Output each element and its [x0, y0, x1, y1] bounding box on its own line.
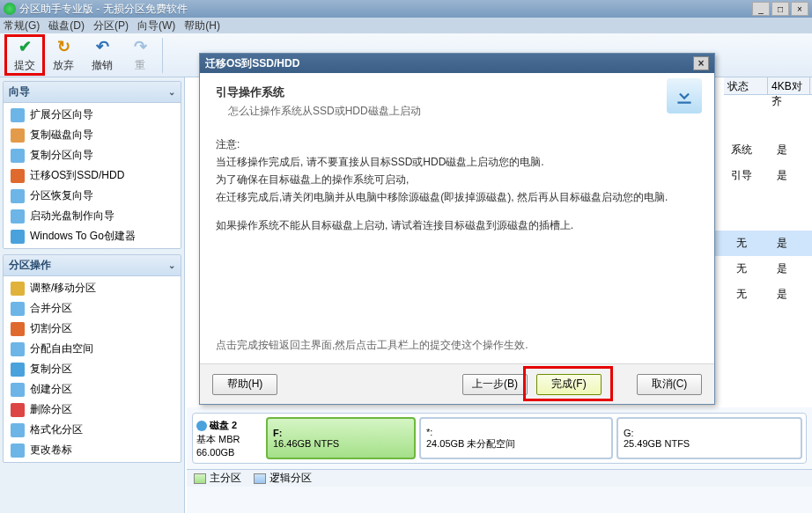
menu-disk[interactable]: 磁盘(D)	[48, 18, 85, 33]
undo-icon: ↶	[92, 37, 112, 56]
wizard-panel-header[interactable]: 向导 ⌄	[4, 82, 181, 103]
disk-icon	[196, 421, 207, 431]
left-sidebar: 向导 ⌄ 扩展分区向导 复制磁盘向导 复制分区向导 迁移OS到SSD/HDD 分…	[0, 77, 185, 513]
collapse-icon: ⌄	[168, 260, 175, 270]
dialog-body: 引导操作系统 怎么让操作系统从SSD或HDD磁盘上启动 注意: 当迁移操作完成后…	[200, 73, 714, 363]
recover-icon	[11, 189, 25, 203]
ops-panel-header[interactable]: 分区操作 ⌄	[4, 255, 181, 276]
close-button[interactable]: ×	[791, 2, 808, 16]
table-row[interactable]: 无是	[715, 256, 812, 282]
cancel-button[interactable]: 取消(C)	[637, 374, 702, 395]
op-label[interactable]: 更改卷标	[4, 440, 181, 460]
op-format[interactable]: 格式化分区	[4, 420, 181, 440]
format-icon	[11, 423, 25, 437]
wizard-item-wintogo[interactable]: Windows To Go创建器	[4, 226, 181, 246]
help-button[interactable]: 帮助(H)	[212, 374, 277, 395]
table-row[interactable]: 无是	[715, 282, 812, 307]
op-merge[interactable]: 合并分区	[4, 298, 181, 319]
legend-logical-swatch	[254, 473, 266, 484]
dialog-titlebar[interactable]: 迁移OS到SSD/HDD ×	[200, 54, 714, 73]
wizard-item-migrate-os[interactable]: 迁移OS到SSD/HDD	[4, 165, 181, 186]
wizard-item-copy-part[interactable]: 复制分区向导	[4, 145, 181, 165]
op-resize[interactable]: 调整/移动分区	[4, 278, 181, 298]
disk-2-box: 磁盘 2 基本 MBR 66.00GB F: 16.46GB NTFS *: 2…	[192, 413, 807, 464]
cd-icon	[11, 209, 25, 224]
label-icon	[11, 443, 25, 458]
migrate-os-dialog: 迁移OS到SSD/HDD × 引导操作系统 怎么让操作系统从SSD或HDD磁盘上…	[199, 53, 715, 405]
menu-bar: 常规(G) 磁盘(D) 分区(P) 向导(W) 帮助(H)	[0, 18, 812, 33]
delete-icon	[11, 403, 25, 417]
usb-icon	[11, 230, 25, 244]
partition-f[interactable]: F: 16.46GB NTFS	[266, 417, 416, 459]
menu-help[interactable]: 帮助(H)	[184, 18, 220, 33]
partition-list: 系统是 引导是 无是 无是 无是	[715, 95, 812, 307]
dialog-footer: 帮助(H) 上一步(B) 完成(F) 取消(C)	[200, 363, 714, 404]
op-allocate[interactable]: 分配自由空间	[4, 339, 181, 359]
window-titlebar: 分区助手专业版 - 无损分区免费软件 _ □ ×	[0, 0, 812, 18]
op-delete[interactable]: 删除分区	[4, 399, 181, 420]
copy-disk-icon	[11, 128, 25, 143]
maximize-button[interactable]: □	[771, 2, 789, 16]
merge-icon	[11, 302, 25, 316]
refresh-icon: ↻	[54, 37, 73, 56]
legend-primary-swatch	[194, 473, 206, 484]
table-row[interactable]: 引导是	[715, 163, 812, 188]
op-split[interactable]: 切割分区	[4, 319, 181, 339]
wizard-item-recover[interactable]: 分区恢复向导	[4, 186, 181, 206]
create-icon	[11, 383, 25, 397]
submit-button[interactable]: ✔ 提交	[5, 35, 44, 75]
menu-general[interactable]: 常规(G)	[4, 18, 40, 33]
wizard-item-extend[interactable]: 扩展分区向导	[4, 105, 181, 125]
window-title: 分区助手专业版 - 无损分区免费软件	[19, 2, 752, 17]
menu-wizard[interactable]: 向导(W)	[137, 18, 175, 33]
disk-info: 磁盘 2 基本 MBR 66.00GB	[196, 417, 262, 459]
minimize-button[interactable]: _	[752, 2, 770, 16]
allocate-icon	[11, 342, 25, 356]
ops-panel: 分区操作 ⌄ 调整/移动分区 合并分区 切割分区 分配自由空间 复制分区 创建分…	[3, 254, 181, 463]
redo-button[interactable]: ↷ 重	[122, 35, 159, 75]
undo-button[interactable]: ↶ 撤销	[83, 35, 122, 75]
wizard-item-bootcd[interactable]: 启动光盘制作向导	[4, 206, 181, 226]
download-icon	[667, 78, 702, 114]
table-row[interactable]: 系统是	[715, 137, 812, 163]
disk-map-area: 磁盘 2 基本 MBR 66.00GB F: 16.46GB NTFS *: 2…	[187, 407, 812, 513]
partition-list-header: 状态 4KB对齐	[724, 77, 812, 95]
op-create[interactable]: 创建分区	[4, 379, 181, 399]
toolbar-separator	[162, 38, 163, 73]
partition-unallocated[interactable]: *: 24.05GB 未分配空间	[419, 417, 613, 459]
check-icon: ✔	[15, 37, 34, 56]
op-copy[interactable]: 复制分区	[4, 359, 181, 379]
legend-bar: 主分区 逻辑分区	[187, 469, 812, 487]
resize-icon	[11, 282, 25, 296]
wizard-item-copy-disk[interactable]: 复制磁盘向导	[4, 125, 181, 145]
split-icon	[11, 322, 25, 336]
abandon-button[interactable]: ↻ 放弃	[44, 35, 83, 75]
copy-part-icon	[11, 149, 25, 163]
disk-icon	[11, 108, 25, 122]
dialog-close-button[interactable]: ×	[693, 56, 709, 70]
finish-button[interactable]: 完成(F)	[536, 374, 602, 395]
partition-g[interactable]: G: 25.49GB NTFS	[616, 417, 802, 459]
wizard-panel: 向导 ⌄ 扩展分区向导 复制磁盘向导 复制分区向导 迁移OS到SSD/HDD 分…	[3, 81, 181, 249]
app-icon	[4, 3, 16, 15]
prev-button[interactable]: 上一步(B)	[462, 374, 528, 395]
copy-icon	[11, 363, 25, 377]
migrate-icon	[11, 169, 25, 183]
collapse-icon: ⌄	[168, 87, 175, 97]
table-row[interactable]: 无是	[715, 231, 812, 256]
menu-partition[interactable]: 分区(P)	[93, 18, 129, 33]
redo-icon: ↷	[130, 37, 150, 56]
